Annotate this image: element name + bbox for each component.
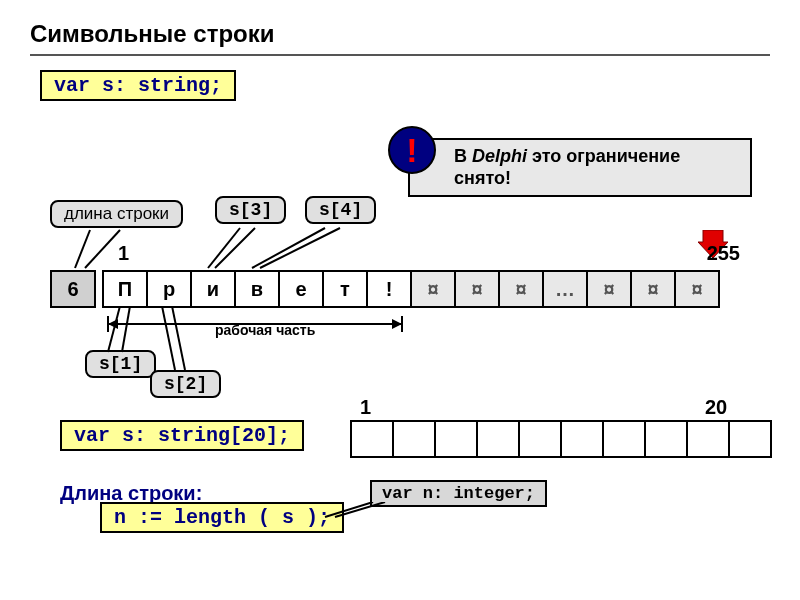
cell-pad: ¤ — [630, 270, 676, 308]
cell-6: т — [322, 270, 368, 308]
note-prefix: В — [454, 146, 472, 166]
code-var-string20: var s: string[20]; — [60, 420, 304, 451]
cell-pad: ¤ — [674, 270, 720, 308]
cell20 — [560, 420, 604, 458]
exclamation-icon: ! — [388, 126, 436, 174]
note-box: ! В Delphi это ограничение снято! — [408, 138, 752, 197]
index2-1: 1 — [360, 396, 371, 419]
cell-3: и — [190, 270, 236, 308]
cell20 — [350, 420, 394, 458]
cell-5: е — [278, 270, 324, 308]
cell-len: 6 — [50, 270, 96, 308]
cell-pad: ¤ — [498, 270, 544, 308]
cell20 — [644, 420, 688, 458]
string-cells: 6 П р и в е т ! ¤ ¤ ¤ … ¤ ¤ ¤ — [50, 270, 718, 308]
cell-pad: ¤ — [454, 270, 500, 308]
code-var-int: var n: integer; — [370, 480, 547, 507]
cell-ellipsis: … — [542, 270, 588, 308]
index-255: 255 — [707, 242, 740, 265]
cell-4: в — [234, 270, 280, 308]
cell20 — [728, 420, 772, 458]
cell20 — [392, 420, 436, 458]
cell-pad: ¤ — [586, 270, 632, 308]
index2-20: 20 — [705, 396, 727, 419]
cell-2: р — [146, 270, 192, 308]
cell-1: П — [102, 270, 148, 308]
code-var-string: var s: string; — [40, 70, 236, 101]
cell20 — [434, 420, 478, 458]
connector-svg-top — [30, 220, 430, 275]
code-length-expr: n := length ( s ); — [100, 502, 344, 533]
cell20 — [686, 420, 730, 458]
cell-pad: ¤ — [410, 270, 456, 308]
connector-varint — [315, 502, 395, 532]
diagram: var s: string; ! В Delphi это ограничени… — [30, 70, 770, 590]
note-em: Delphi — [472, 146, 527, 166]
cell-7: ! — [366, 270, 412, 308]
string20-cells — [350, 420, 770, 458]
cell20 — [476, 420, 520, 458]
cell20 — [602, 420, 646, 458]
connector-svg-bottom — [90, 306, 240, 376]
divider — [30, 54, 770, 56]
svg-marker-5 — [392, 319, 402, 329]
cell20 — [518, 420, 562, 458]
page-title: Символьные строки — [30, 20, 770, 48]
